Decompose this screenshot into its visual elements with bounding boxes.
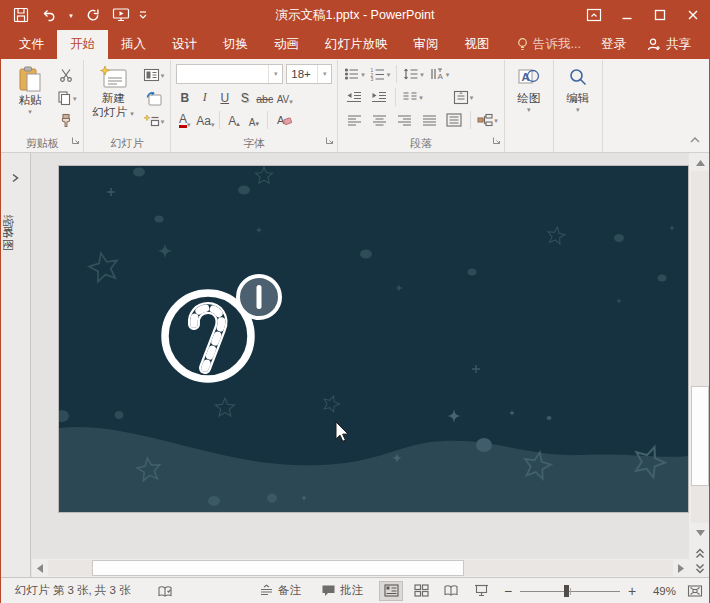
text-shadow-button[interactable]: S (236, 87, 253, 107)
comments-toggle[interactable]: 批注 (315, 578, 369, 603)
slide[interactable] (59, 166, 688, 512)
font-dialog-launcher[interactable] (325, 131, 334, 149)
font-name-combo[interactable]: ▾ (176, 64, 283, 84)
undo-dropdown[interactable]: ▾ (64, 3, 78, 27)
copy-button[interactable]: ▾ (55, 88, 78, 108)
italic-button[interactable]: I (196, 87, 213, 107)
align-center-button[interactable] (368, 110, 390, 130)
bold-button[interactable]: B (176, 87, 193, 107)
tab-insert[interactable]: 插入 (108, 30, 159, 59)
tab-transitions[interactable]: 切换 (210, 30, 261, 59)
close-button[interactable] (676, 0, 709, 30)
convert-to-smartart-button[interactable]: ▾ (476, 110, 499, 130)
previous-slide-button[interactable] (691, 545, 709, 561)
scroll-up-button[interactable] (691, 155, 709, 171)
editing-menu-button[interactable]: 编辑 ▾ (559, 63, 597, 135)
collapse-ribbon-button[interactable] (689, 130, 701, 148)
zoom-out-button[interactable]: − (503, 583, 513, 599)
chevron-down-icon: ▾ (289, 98, 293, 105)
character-spacing-button[interactable]: AV▾ (276, 87, 293, 107)
tab-home[interactable]: 开始 (57, 30, 108, 59)
font-size-combo[interactable]: 18+ ▾ (286, 64, 332, 84)
tab-view[interactable]: 视图 (452, 30, 503, 59)
double-chevron-down-icon (695, 563, 705, 574)
divider (219, 111, 220, 129)
columns-button[interactable]: ▾ (401, 87, 424, 107)
share-button[interactable]: 共享 (638, 30, 699, 59)
undo-button[interactable] (36, 3, 62, 27)
increase-indent-icon (371, 90, 387, 104)
section-button[interactable]: ▾ (142, 111, 166, 131)
start-from-beginning-button[interactable] (108, 3, 134, 27)
slide-sorter-view-button[interactable] (409, 581, 433, 601)
next-slide-button[interactable] (691, 560, 709, 576)
numbering-button[interactable]: 1 2 3 ▾ (369, 64, 392, 84)
grow-font-button[interactable]: A▴ (225, 110, 242, 130)
expand-pane-chevron-icon[interactable] (10, 169, 20, 187)
format-painter-button[interactable] (55, 111, 78, 131)
divider (470, 111, 471, 129)
drawing-menu-button[interactable]: A 绘图 ▾ (510, 63, 548, 135)
decrease-indent-button[interactable] (343, 87, 365, 107)
zoom-slider[interactable] (520, 584, 620, 598)
vertical-scroll-thumb[interactable] (691, 386, 709, 486)
qat-more-icon (138, 10, 148, 20)
notes-toggle[interactable]: 备注 (253, 578, 307, 603)
align-text-button[interactable]: ▾ (452, 87, 475, 107)
tab-design[interactable]: 设计 (159, 30, 210, 59)
change-case-button[interactable]: Aa▾ (196, 110, 214, 130)
sign-in-button[interactable]: 登录 (593, 30, 634, 59)
distribute-button[interactable] (443, 110, 465, 130)
clear-formatting-button[interactable]: A (273, 110, 295, 130)
underline-button[interactable]: U (216, 87, 233, 107)
slideshow-view-button[interactable] (469, 581, 493, 601)
scroll-down-button[interactable] (691, 525, 709, 541)
paragraph-dialog-launcher[interactable] (492, 131, 501, 149)
save-button[interactable] (8, 3, 34, 27)
align-left-button[interactable] (343, 110, 365, 130)
fit-slide-to-window-button[interactable] (687, 584, 703, 598)
reading-view-button[interactable] (439, 581, 463, 601)
strikethrough-button[interactable]: abc (256, 87, 273, 107)
comments-icon (321, 584, 336, 597)
scroll-right-button[interactable] (673, 560, 689, 576)
font-color-button[interactable]: A ▾ (176, 110, 193, 130)
customize-qat-button[interactable] (136, 3, 150, 27)
justify-button[interactable] (418, 110, 440, 130)
horizontal-scroll-thumb[interactable] (92, 560, 464, 576)
slide-number-indicator[interactable]: 幻灯片 第 3 张, 共 3 张 (9, 578, 137, 603)
zoom-slider-thumb[interactable] (564, 585, 569, 597)
slide-canvas[interactable] (32, 153, 689, 559)
zoom-level[interactable]: 49% (644, 585, 676, 597)
new-slide-label-line1: 新建 (102, 92, 125, 105)
tell-me-box[interactable]: 告诉我... (508, 30, 589, 59)
layout-icon (143, 68, 160, 82)
scroll-left-button[interactable] (32, 560, 48, 576)
align-right-button[interactable] (393, 110, 415, 130)
ribbon-display-options-button[interactable] (577, 0, 610, 30)
line-spacing-button[interactable]: ▾ (402, 64, 425, 84)
tab-file[interactable]: 文件 (6, 30, 57, 59)
maximize-button[interactable] (643, 0, 676, 30)
chevron-up-icon (689, 136, 701, 144)
clipboard-dialog-launcher[interactable] (71, 131, 80, 149)
text-direction-button[interactable]: A ▾ (428, 64, 451, 84)
reset-button[interactable] (142, 88, 166, 108)
normal-view-button[interactable] (379, 581, 403, 601)
spell-check-button[interactable] (151, 578, 179, 603)
layout-button[interactable]: ▾ (142, 65, 166, 85)
new-slide-button[interactable]: 新建 幻灯片 ▾ (89, 63, 138, 135)
tab-review[interactable]: 审阅 (401, 30, 452, 59)
increase-indent-button[interactable] (368, 87, 390, 107)
cut-button[interactable] (55, 65, 78, 85)
bullets-button[interactable]: ▾ (343, 64, 366, 84)
tab-animations[interactable]: 动画 (261, 30, 312, 59)
zoom-in-button[interactable]: + (627, 583, 637, 599)
paste-button[interactable]: 粘贴 ▾ (9, 63, 51, 135)
thumbnail-pane-collapsed[interactable]: 缩略图 (1, 153, 31, 577)
horizontal-scroll-track[interactable] (48, 560, 673, 576)
minimize-button[interactable] (610, 0, 643, 30)
shrink-font-button[interactable]: A▾ (245, 110, 262, 130)
tab-slideshow[interactable]: 幻灯片放映 (312, 30, 401, 59)
repeat-button[interactable] (80, 3, 106, 27)
